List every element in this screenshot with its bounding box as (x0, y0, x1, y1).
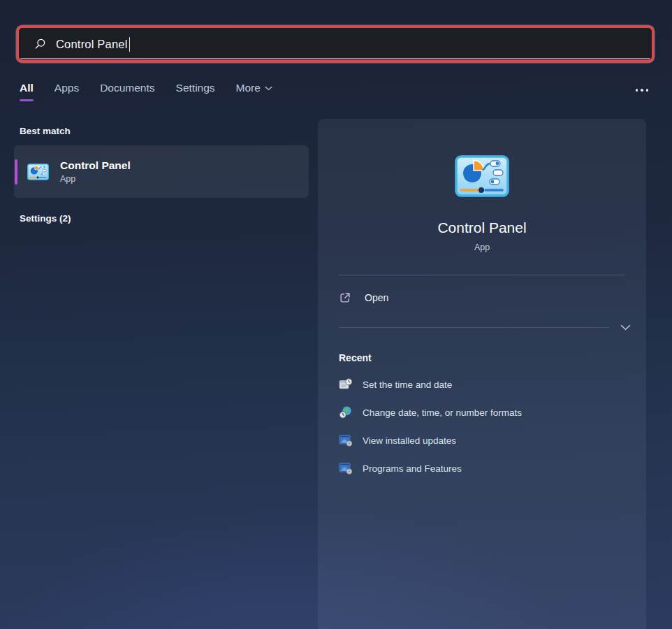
best-match-header: Best match (20, 126, 309, 136)
tab-more[interactable]: More (236, 82, 272, 101)
recent-item-programs-and-features[interactable]: Programs and Features (318, 454, 646, 482)
preview-title: Control Panel (318, 219, 646, 236)
recent-item-label: Change date, time, or number formats (363, 407, 522, 418)
recent-item-view-installed-updates[interactable]: View installed updates (318, 426, 646, 454)
calendar-clock-icon (339, 377, 353, 391)
expander-divider (318, 320, 646, 334)
installed-updates-icon (339, 433, 353, 447)
open-label: Open (365, 292, 388, 303)
open-action[interactable]: Open (318, 275, 646, 320)
best-match-title: Control Panel (60, 159, 131, 172)
best-match-result-control-panel[interactable]: Control Panel App (14, 145, 309, 198)
tab-apps[interactable]: Apps (54, 82, 79, 101)
control-panel-icon (27, 164, 49, 180)
settings-section-header: Settings (2) (20, 213, 309, 224)
tab-documents[interactable]: Documents (100, 82, 154, 101)
recent-item-set-time-date[interactable]: Set the time and date (318, 370, 646, 398)
search-box[interactable]: Control Panel (17, 26, 654, 62)
more-options-button[interactable] (636, 82, 653, 92)
chevron-down-icon (265, 86, 272, 91)
selection-accent-bar (15, 159, 17, 185)
chevron-down-icon[interactable] (619, 323, 632, 332)
recent-list: Set the time and date Change date, time,… (318, 370, 646, 482)
control-panel-icon-large (455, 155, 509, 197)
search-input-value[interactable]: Control Panel (56, 38, 128, 51)
text-cursor (129, 37, 131, 52)
tab-settings[interactable]: Settings (176, 82, 215, 101)
recent-item-change-formats[interactable]: Change date, time, or number formats (318, 398, 646, 426)
best-match-subtitle: App (60, 174, 131, 184)
tab-all-label: All (20, 82, 34, 94)
best-match-text: Control Panel App (60, 159, 131, 184)
launch-icon (339, 291, 351, 304)
tab-documents-label: Documents (100, 82, 154, 94)
recent-header: Recent (339, 352, 646, 363)
divider-line (339, 327, 609, 328)
programs-features-icon (339, 461, 353, 475)
search-results-list: Best match (14, 120, 309, 224)
recent-item-label: View installed updates (363, 435, 456, 446)
tab-more-label: More (236, 82, 261, 94)
recent-item-label: Programs and Features (363, 463, 462, 474)
tab-settings-label: Settings (176, 82, 215, 94)
preview-pane: Control Panel App Open Recent (318, 119, 646, 629)
tab-apps-label: Apps (54, 82, 79, 94)
preview-subtitle: App (318, 243, 646, 252)
search-filter-tabs: All Apps Documents Settings More (20, 82, 652, 110)
search-icon (34, 38, 46, 50)
active-tab-underline (20, 99, 34, 101)
tab-all[interactable]: All (20, 82, 34, 101)
globe-clock-icon (339, 405, 353, 419)
recent-item-label: Set the time and date (363, 379, 452, 390)
ellipsis-icon (636, 89, 638, 92)
